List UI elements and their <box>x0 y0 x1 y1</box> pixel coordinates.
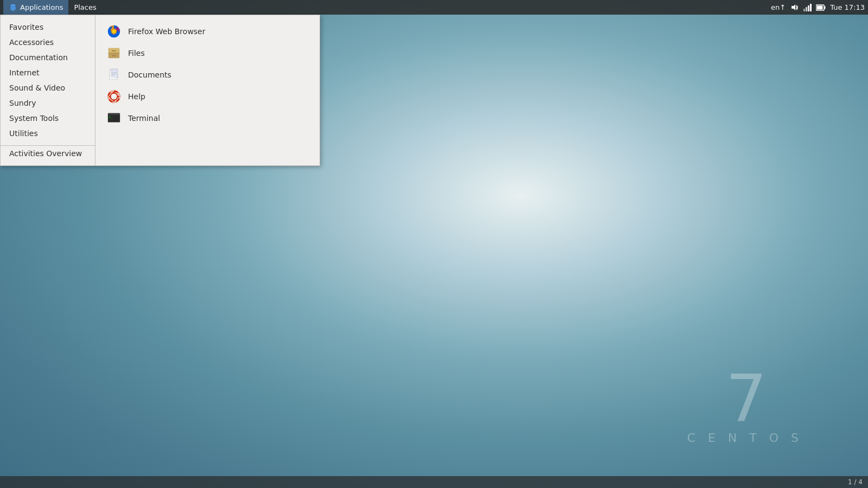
svg-point-1 <box>10 4 12 7</box>
svg-rect-5 <box>803 9 805 11</box>
network-indicator[interactable] <box>803 3 812 12</box>
sidebar-item-system-tools[interactable]: System Tools <box>1 111 95 126</box>
terminal-icon-container: $_ <box>106 111 122 126</box>
pager-indicator: 1 / 4 <box>848 478 863 486</box>
svg-rect-11 <box>817 5 823 9</box>
svg-rect-25 <box>111 69 118 78</box>
app-item-documents[interactable]: Documents <box>95 64 320 86</box>
applications-menu: Favorites Accessories Documentation Inte… <box>0 15 320 166</box>
svg-marker-4 <box>792 4 795 10</box>
centos-brand-text: C E N T O S <box>687 431 803 445</box>
sidebar-item-accessories[interactable]: Accessories <box>1 35 95 50</box>
help-icon-container <box>106 89 122 104</box>
svg-point-14 <box>112 29 116 33</box>
datetime-label: Tue 17:13 <box>830 3 865 11</box>
sidebar-item-sundry[interactable]: Sundry <box>1 95 95 111</box>
centos-watermark: 7 C E N T O S <box>687 366 803 445</box>
panel-left: Applications Places <box>3 0 102 15</box>
top-panel: Applications Places en↑ <box>0 0 868 15</box>
help-icon <box>107 89 121 104</box>
language-label: en↑ <box>771 3 786 11</box>
svg-rect-10 <box>825 6 826 9</box>
sidebar-item-favorites[interactable]: Favorites <box>1 20 95 35</box>
svg-point-3 <box>12 4 14 5</box>
svg-rect-17 <box>112 50 116 52</box>
svg-rect-34 <box>108 113 120 115</box>
centos-version-number: 7 <box>687 366 803 431</box>
svg-rect-7 <box>808 5 809 11</box>
app-label-terminal: Terminal <box>128 114 160 123</box>
volume-control[interactable] <box>790 3 799 12</box>
gnome-foot-icon <box>9 3 17 12</box>
app-label-firefox: Firefox Web Browser <box>128 27 206 36</box>
sidebar-item-activities[interactable]: Activities Overview <box>1 145 95 161</box>
applications-menu-button[interactable]: Applications <box>3 0 68 15</box>
svg-point-2 <box>14 4 16 7</box>
files-icon-container <box>106 46 122 61</box>
app-label-documents: Documents <box>128 70 171 79</box>
menu-content: Favorites Accessories Documentation Inte… <box>1 15 320 165</box>
app-item-terminal[interactable]: $_ Terminal <box>95 107 320 129</box>
svg-rect-6 <box>806 7 807 11</box>
files-icon <box>107 46 121 60</box>
menu-sidebar: Favorites Accessories Documentation Inte… <box>1 15 95 165</box>
battery-icon <box>816 4 826 11</box>
applications-label: Applications <box>20 3 63 11</box>
svg-text:$_: $_ <box>109 115 113 119</box>
language-indicator[interactable]: en↑ <box>771 3 786 11</box>
svg-rect-18 <box>112 55 116 56</box>
places-label: Places <box>74 3 96 11</box>
svg-point-27 <box>111 93 118 100</box>
sidebar-item-utilities[interactable]: Utilities <box>1 126 95 141</box>
app-label-help: Help <box>128 92 145 101</box>
sidebar-item-sound-video[interactable]: Sound & Video <box>1 80 95 95</box>
menu-apps-panel: Firefox Web Browser Files <box>95 15 320 165</box>
sidebar-item-documentation[interactable]: Documentation <box>1 50 95 65</box>
documents-icon-container <box>106 67 122 82</box>
terminal-icon: $_ <box>107 111 121 125</box>
app-item-help[interactable]: Help <box>95 86 320 107</box>
documents-icon <box>107 68 121 82</box>
volume-icon <box>790 3 799 12</box>
app-item-files[interactable]: Files <box>95 42 320 64</box>
sidebar-item-internet[interactable]: Internet <box>1 65 95 80</box>
svg-rect-8 <box>810 4 812 11</box>
app-label-files: Files <box>128 49 145 57</box>
status-bar: 1 / 4 <box>0 476 868 488</box>
battery-indicator[interactable] <box>816 4 826 11</box>
places-menu-button[interactable]: Places <box>68 0 101 15</box>
panel-right: en↑ Tue <box>771 3 865 12</box>
datetime-display[interactable]: Tue 17:13 <box>830 3 865 11</box>
firefox-icon <box>107 24 121 38</box>
firefox-icon-container <box>106 24 122 39</box>
app-item-firefox[interactable]: Firefox Web Browser <box>95 21 320 42</box>
network-icon <box>803 3 812 12</box>
